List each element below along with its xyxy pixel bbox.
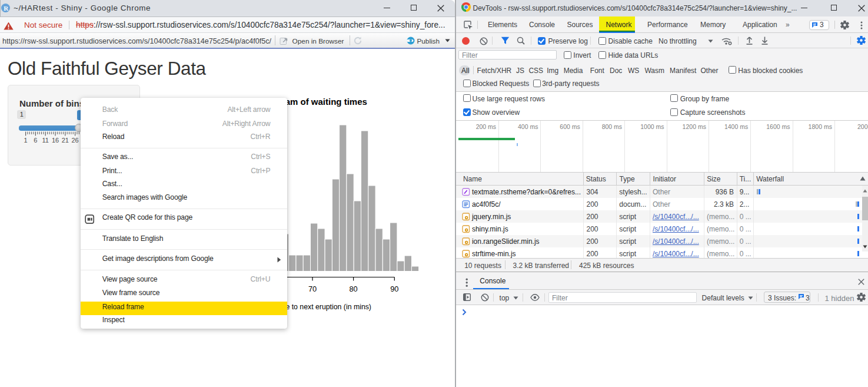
svg-text:80: 80	[349, 285, 357, 293]
svg-text:70: 70	[308, 285, 317, 293]
svg-text:90: 90	[390, 285, 398, 293]
